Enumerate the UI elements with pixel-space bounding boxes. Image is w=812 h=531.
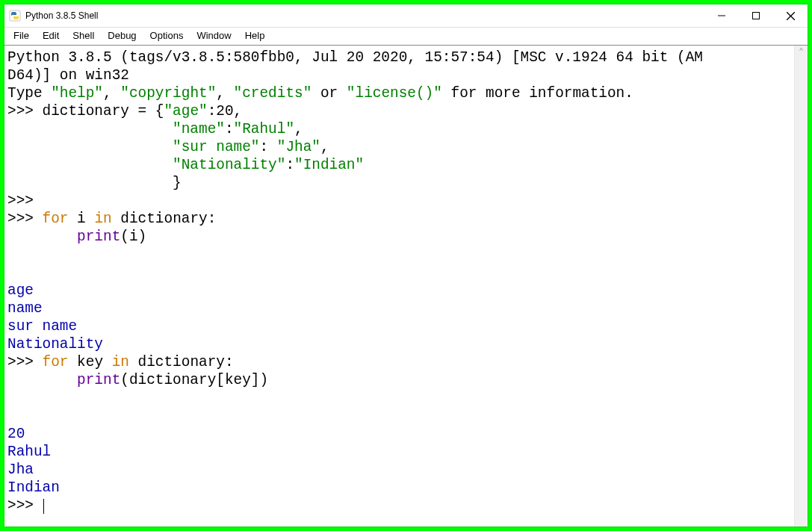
kw-for: for — [43, 354, 69, 370]
val-nationality: "Indian" — [294, 157, 364, 173]
kw-in: in — [94, 211, 111, 227]
key-surname: "sur name" — [173, 139, 259, 155]
loop2-arg: (dictionary[key]) — [120, 372, 268, 388]
val-surname: "Jha" — [277, 139, 320, 155]
menu-window[interactable]: Window — [190, 29, 237, 42]
output-nationality: Nationality — [7, 336, 103, 353]
banner-line2: D64)] on win32 — [7, 67, 129, 84]
menu-shell[interactable]: Shell — [66, 29, 100, 42]
close-button[interactable] — [773, 4, 808, 27]
banner-copyright: "copyright" — [120, 85, 216, 102]
colon: : — [285, 157, 294, 173]
output-20: 20 — [7, 426, 25, 442]
banner-line3-pre: Type — [7, 85, 51, 102]
val-age: :20, — [208, 103, 243, 119]
key-name: "name" — [173, 121, 225, 137]
code-dict-assign: dictionary = { — [43, 103, 164, 119]
scrollbar-vertical[interactable]: ^ — [794, 46, 808, 527]
key-nationality: "Nationality" — [173, 157, 285, 173]
loop2-var: key — [68, 354, 111, 370]
fn-print: print — [77, 229, 120, 245]
indent-body — [7, 229, 77, 245]
titlebar[interactable]: Python 3.8.5 Shell — [4, 4, 808, 28]
comma: , — [320, 139, 329, 155]
output-age: age — [7, 282, 34, 299]
maximize-button[interactable] — [739, 4, 773, 27]
loop1-tail: dictionary: — [112, 211, 217, 227]
menu-debug[interactable]: Debug — [102, 29, 142, 42]
fn-print: print — [77, 372, 120, 388]
prompt: >>> — [7, 211, 43, 227]
colon-sp: : — [259, 139, 276, 155]
loop2-tail: dictionary: — [129, 354, 234, 370]
menu-options[interactable]: Options — [144, 29, 190, 42]
banner-line1: Python 3.8.5 (tags/v3.8.5:580fbb0, Jul 2… — [7, 49, 703, 66]
key-age: "age" — [164, 103, 207, 119]
prompt: >>> — [7, 354, 43, 370]
text-cursor — [43, 499, 44, 514]
banner-sep2: , — [216, 85, 233, 102]
shell-body: Python 3.8.5 (tags/v3.8.5:580fbb0, Jul 2… — [4, 46, 808, 527]
close-brace: } — [7, 175, 182, 191]
output-jha: Jha — [7, 462, 34, 478]
window-frame: Python 3.8.5 Shell File Edit Shell Debug… — [4, 4, 808, 527]
window-controls — [704, 4, 808, 27]
menu-edit[interactable]: Edit — [37, 29, 65, 42]
indent — [7, 139, 173, 155]
prompt: >>> — [7, 193, 43, 209]
banner-credits: "credits" — [234, 85, 312, 102]
comma: , — [294, 121, 303, 137]
prompt: >>> — [7, 103, 43, 119]
indent — [7, 121, 173, 137]
kw-in: in — [112, 354, 129, 370]
output-surname: sur name — [7, 318, 77, 335]
banner-post: for more information. — [442, 85, 633, 102]
loop1-arg: (i) — [120, 229, 146, 245]
banner-sep3: or — [312, 85, 347, 102]
prompt: >>> — [7, 497, 43, 514]
kw-for: for — [43, 211, 69, 227]
python-idle-icon — [9, 10, 21, 22]
indent — [7, 157, 173, 173]
banner-sep1: , — [103, 85, 120, 102]
menu-file[interactable]: File — [7, 29, 35, 42]
svg-rect-2 — [753, 13, 760, 19]
title-left: Python 3.8.5 Shell — [4, 10, 98, 22]
menubar: File Edit Shell Debug Options Window Hel… — [4, 28, 808, 46]
colon: : — [225, 121, 234, 137]
banner-license: "license()" — [347, 85, 442, 102]
val-name: "Rahul" — [234, 121, 294, 137]
shell-text-area[interactable]: Python 3.8.5 (tags/v3.8.5:580fbb0, Jul 2… — [4, 46, 794, 527]
output-rahul: Rahul — [7, 444, 51, 460]
indent-body — [7, 372, 77, 388]
output-name: name — [7, 300, 43, 317]
loop1-var: i — [68, 211, 94, 227]
minimize-button[interactable] — [704, 4, 739, 27]
banner-help: "help" — [51, 85, 103, 102]
output-indian: Indian — [7, 479, 60, 496]
window-title: Python 3.8.5 Shell — [25, 10, 98, 21]
menu-help[interactable]: Help — [239, 29, 271, 42]
scroll-up-icon: ^ — [795, 47, 808, 55]
